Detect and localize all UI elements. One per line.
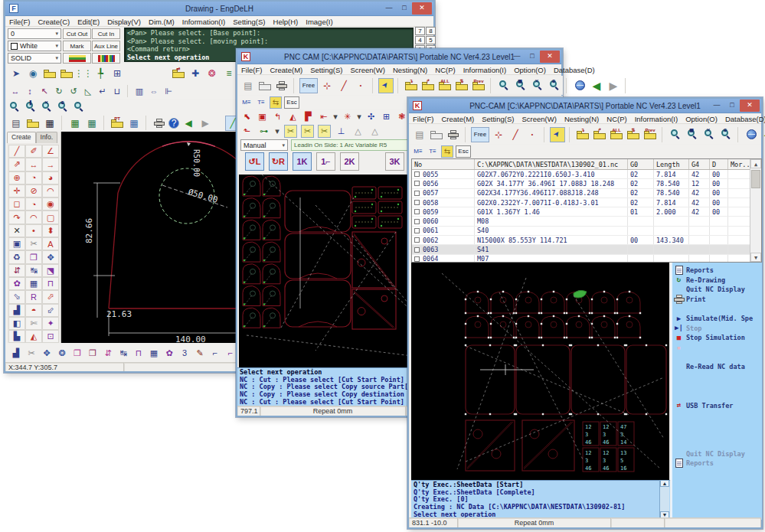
zoom-pan-icon[interactable]: ❚ bbox=[25, 100, 38, 113]
tool-button[interactable]: ▦ bbox=[25, 277, 42, 290]
nc-corner2-icon[interactable]: ⬑ bbox=[240, 125, 253, 138]
nc-between-icon[interactable]: ⇤ bbox=[317, 110, 330, 123]
tool-button[interactable]: ▣ bbox=[8, 237, 25, 250]
scroll-up-icon[interactable]: ▲ bbox=[750, 159, 761, 168]
menu-item[interactable]: Setting(S) bbox=[229, 18, 269, 26]
folder-out-icon[interactable]: ↱ bbox=[592, 127, 607, 142]
mirror-icon[interactable]: ⇵ bbox=[101, 347, 115, 361]
pt-save-icon[interactable]: ▦ bbox=[126, 116, 142, 131]
table-row[interactable]: 0059G01X 1.367Y 1.46012.0004200 bbox=[412, 207, 761, 217]
tool-button[interactable]: ✕ bbox=[8, 224, 25, 237]
row-checkbox[interactable] bbox=[414, 209, 420, 214]
keypad-key-4[interactable]: 4 bbox=[415, 36, 425, 44]
tool-button[interactable]: ✿ bbox=[8, 277, 25, 290]
table-header-cell[interactable]: No bbox=[412, 159, 475, 169]
cursor-icon[interactable] bbox=[550, 127, 565, 142]
grid-icon[interactable]: ⋮⋮ bbox=[76, 66, 91, 81]
tool-button[interactable]: ⬔ bbox=[42, 264, 59, 277]
move-icon[interactable]: ✥ bbox=[40, 347, 54, 361]
lead-1-button[interactable]: 1⌐ bbox=[316, 152, 335, 171]
table-row[interactable]: 0058G02X0.2322Y-7.0071I-0.418J-3.01027.8… bbox=[412, 198, 761, 207]
undo-icon[interactable]: ◀ bbox=[181, 116, 196, 131]
folder-in-icon[interactable]: ↴ bbox=[404, 78, 419, 93]
dot-icon[interactable]: • bbox=[525, 127, 540, 142]
zoom-window-icon[interactable] bbox=[668, 127, 683, 142]
sidebar-item-re-drawing[interactable]: ↻Re-Drawing bbox=[672, 276, 762, 286]
row-checkbox[interactable] bbox=[414, 247, 420, 253]
open-icon[interactable] bbox=[257, 78, 273, 93]
print-icon[interactable] bbox=[446, 127, 461, 142]
menu-item[interactable]: Display(V) bbox=[103, 18, 145, 26]
three-icon[interactable]: 3 bbox=[178, 347, 191, 361]
row-checkbox[interactable] bbox=[414, 171, 420, 177]
table-header-cell[interactable]: Length bbox=[654, 159, 689, 169]
menu-item[interactable]: NC(P) bbox=[603, 115, 630, 123]
tool-button[interactable]: ◕ bbox=[42, 171, 59, 184]
tool-button[interactable]: ∠ bbox=[42, 145, 59, 158]
minimize-button[interactable]: — bbox=[381, 2, 397, 15]
nc-burst-icon[interactable]: ❃ bbox=[395, 110, 408, 123]
sidebar-item-quit-nc-display[interactable]: Quit NC Display bbox=[672, 285, 762, 295]
mark-button[interactable]: Mark bbox=[63, 41, 91, 51]
lead-2k-button[interactable]: 2K bbox=[340, 152, 359, 171]
tab-create[interactable]: Create bbox=[7, 132, 36, 143]
nest-title-bar[interactable]: PNC CAM [C:\KAPPNC\DATA\PARTS\] Portable… bbox=[237, 50, 561, 64]
folder-out-icon[interactable]: ↱ bbox=[420, 78, 436, 93]
zoom-prev-icon[interactable]: ← bbox=[73, 100, 86, 113]
tool-button[interactable]: ⇗ bbox=[8, 158, 25, 171]
nc-link-icon[interactable]: ⊶ bbox=[257, 125, 270, 138]
tool-button[interactable]: ↹ bbox=[25, 264, 42, 277]
zoom-all-icon[interactable]: ⊕ bbox=[547, 78, 562, 93]
menu-item[interactable]: Information(I) bbox=[178, 18, 230, 26]
tool-button[interactable]: ⬂ bbox=[8, 290, 25, 303]
sidebar-item-reports[interactable]: Reports bbox=[672, 459, 762, 468]
lead-e-icon[interactable]: ✂ bbox=[318, 125, 331, 138]
zoom-grid-icon[interactable]: ▦ bbox=[513, 78, 528, 93]
table-row[interactable]: 0060M08 bbox=[412, 217, 761, 226]
globe-icon[interactable] bbox=[572, 78, 587, 93]
table-row[interactable]: 0064M07 bbox=[412, 255, 761, 263]
menu-item[interactable]: NC(P) bbox=[431, 66, 459, 74]
zoom-window-icon[interactable] bbox=[496, 78, 512, 93]
row-checkbox[interactable] bbox=[414, 256, 420, 262]
tool-button[interactable]: ╱ bbox=[8, 145, 25, 158]
sidebar-item-usb-transfer[interactable]: ⇄USB Transfer bbox=[672, 400, 762, 410]
m-list-icon[interactable]: M≡ bbox=[240, 96, 253, 109]
linetype-select[interactable]: SOLID▾ bbox=[8, 53, 61, 64]
tool-button[interactable]: ▟ bbox=[8, 304, 25, 317]
maximize-button[interactable]: □ bbox=[724, 100, 740, 112]
tool-button[interactable]: → bbox=[42, 158, 59, 171]
table-row[interactable]: 0057G02X34.177Y36.496I17.088J18.2480278.… bbox=[412, 189, 761, 198]
tool-button[interactable]: ◔ bbox=[25, 171, 42, 184]
tool-button[interactable]: ⊡ bbox=[42, 330, 59, 343]
folder-13-icon[interactable]: ⇅ bbox=[454, 78, 469, 93]
row-checkbox[interactable] bbox=[414, 200, 420, 205]
zoom-window-icon[interactable] bbox=[8, 100, 21, 113]
lead-ga-icon[interactable]: △ bbox=[351, 125, 365, 138]
dim-table-icon[interactable]: ▥ bbox=[132, 84, 146, 98]
help-icon[interactable]: ? bbox=[168, 118, 179, 129]
scroll-up-icon[interactable]: ▲ bbox=[660, 480, 669, 487]
folder-prev-icon[interactable]: Prev bbox=[642, 127, 658, 142]
pin-icon[interactable]: ✚ bbox=[188, 66, 203, 81]
menu-item[interactable]: Screen(W) bbox=[346, 66, 388, 74]
sidebar-item-print[interactable]: Print bbox=[672, 295, 762, 305]
table-header-cell[interactable]: G4 bbox=[689, 159, 710, 169]
nc-title-bar[interactable]: PNC-CAM [C:\KAPPNC\DATA\PARTS\] Portable… bbox=[409, 99, 761, 113]
save-file-icon[interactable]: ▦ bbox=[42, 116, 57, 131]
forward-icon[interactable]: ▶ bbox=[606, 78, 621, 93]
measure-icon[interactable]: ◉ bbox=[25, 66, 41, 81]
redo-icon[interactable]: ▶ bbox=[198, 116, 213, 131]
dxf-open-icon[interactable]: ▦ bbox=[84, 116, 100, 131]
dropdown-icon[interactable]: ▾ bbox=[356, 110, 362, 123]
swap-icon[interactable]: ⇆ bbox=[441, 145, 453, 158]
dim-leader-icon[interactable]: ↵ bbox=[96, 84, 110, 98]
tool-button[interactable]: ◧ bbox=[8, 317, 25, 330]
rotate-part-icon[interactable]: ❂ bbox=[55, 347, 69, 361]
tool-button[interactable]: ◠ bbox=[42, 184, 59, 197]
pencil-set-icon[interactable]: ≡ bbox=[221, 66, 237, 81]
nc-canvas[interactable]: 123461234647314123461234613516 bbox=[411, 263, 669, 480]
zoom-grid-icon[interactable]: ▦ bbox=[685, 127, 700, 142]
lead-gx-icon[interactable]: △ bbox=[368, 125, 381, 138]
table-header-cell[interactable]: Mor... bbox=[728, 159, 751, 169]
